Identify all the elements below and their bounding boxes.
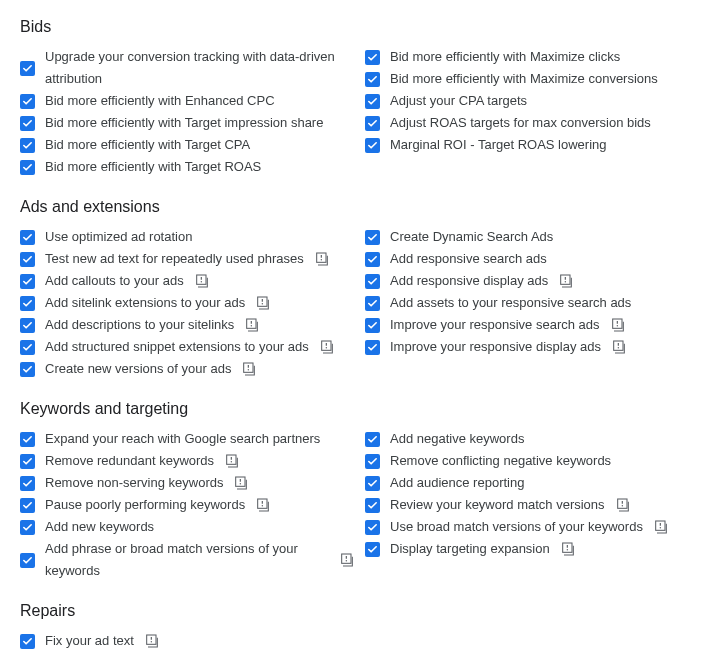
svg-point-29 <box>231 461 232 462</box>
svg-rect-3 <box>196 275 205 284</box>
section: Ads and extensionsUse optimized ad rotat… <box>20 198 700 380</box>
info-icon[interactable] <box>560 541 576 557</box>
checkbox[interactable] <box>365 542 380 557</box>
info-icon[interactable] <box>241 361 257 377</box>
section-columns: Expand your reach with Google search par… <box>20 428 700 582</box>
recommendation-label: Bid more efficiently with Maximize conve… <box>390 68 658 90</box>
recommendation-label: Use broad match versions of your keyword… <box>390 516 643 538</box>
svg-point-20 <box>565 281 566 282</box>
svg-rect-24 <box>614 341 623 350</box>
svg-rect-21 <box>612 319 621 328</box>
checkbox[interactable] <box>20 230 35 245</box>
checkbox[interactable] <box>20 252 35 267</box>
checkbox[interactable] <box>20 160 35 175</box>
column-right: Add negative keywordsRemove conflicting … <box>365 428 700 582</box>
checkbox[interactable] <box>20 476 35 491</box>
recommendation-label: Remove redundant keywords <box>45 450 214 472</box>
recommendation-row: Test new ad text for repeatedly used phr… <box>20 248 355 270</box>
recommendation-label: Add phrase or broad match versions of yo… <box>45 538 329 582</box>
checkbox[interactable] <box>20 94 35 109</box>
column-left: Upgrade your conversion tracking with da… <box>20 46 355 178</box>
checkbox[interactable] <box>20 432 35 447</box>
section-title: Ads and extensions <box>20 198 700 216</box>
recommendation-row: Bid more efficiently with Target CPA <box>20 134 355 156</box>
info-icon[interactable] <box>615 497 631 513</box>
checkbox[interactable] <box>20 553 35 568</box>
section-columns: Use optimized ad rotationTest new ad tex… <box>20 226 700 380</box>
column-right: Bid more efficiently with Maximize click… <box>365 46 700 178</box>
checkbox[interactable] <box>365 94 380 109</box>
checkbox[interactable] <box>20 296 35 311</box>
recommendation-row: Expand your reach with Google search par… <box>20 428 355 450</box>
svg-rect-33 <box>258 499 267 508</box>
checkbox[interactable] <box>20 454 35 469</box>
info-icon[interactable] <box>255 497 271 513</box>
info-icon[interactable] <box>611 339 627 355</box>
info-icon[interactable] <box>314 251 330 267</box>
svg-point-17 <box>248 369 249 370</box>
info-icon[interactable] <box>319 339 335 355</box>
recommendation-row: Add responsive search ads <box>365 248 700 270</box>
recommendation-row: Use optimized ad rotation <box>20 226 355 248</box>
info-icon[interactable] <box>339 552 355 568</box>
checkbox[interactable] <box>365 432 380 447</box>
checkbox[interactable] <box>365 274 380 289</box>
section-title: Bids <box>20 18 700 36</box>
info-icon[interactable] <box>224 453 240 469</box>
svg-point-32 <box>240 483 241 484</box>
checkbox[interactable] <box>365 50 380 65</box>
info-icon[interactable] <box>610 317 626 333</box>
checkbox[interactable] <box>365 454 380 469</box>
recommendation-row: Bid more efficiently with Enhanced CPC <box>20 90 355 112</box>
svg-point-44 <box>659 527 660 528</box>
info-icon[interactable] <box>255 295 271 311</box>
checkbox[interactable] <box>365 138 380 153</box>
checkbox[interactable] <box>365 116 380 131</box>
svg-point-2 <box>320 259 321 260</box>
recommendation-label: Bid more efficiently with Enhanced CPC <box>45 90 275 112</box>
checkbox[interactable] <box>365 498 380 513</box>
checkbox[interactable] <box>365 252 380 267</box>
checkbox[interactable] <box>365 318 380 333</box>
recommendation-row: Add descriptions to your sitelinks <box>20 314 355 336</box>
checkbox[interactable] <box>365 296 380 311</box>
checkbox[interactable] <box>20 61 35 76</box>
checkbox[interactable] <box>20 138 35 153</box>
recommendation-label: Bid more efficiently with Target CPA <box>45 134 250 156</box>
info-icon[interactable] <box>653 519 669 535</box>
svg-point-5 <box>200 281 201 282</box>
section-columns: Fix your ad text <box>20 630 700 651</box>
column-right <box>365 630 700 651</box>
recommendation-label: Remove non-serving keywords <box>45 472 223 494</box>
info-icon[interactable] <box>194 273 210 289</box>
recommendation-label: Add negative keywords <box>390 428 524 450</box>
column-left: Fix your ad text <box>20 630 355 651</box>
recommendation-label: Use optimized ad rotation <box>45 226 192 248</box>
recommendation-row: Pause poorly performing keywords <box>20 494 355 516</box>
checkbox[interactable] <box>20 362 35 377</box>
checkbox[interactable] <box>20 498 35 513</box>
svg-rect-30 <box>236 477 245 486</box>
info-icon[interactable] <box>558 273 574 289</box>
recommendation-row: Create Dynamic Search Ads <box>365 226 700 248</box>
checkbox[interactable] <box>20 274 35 289</box>
recommendation-row: Create new versions of your ads <box>20 358 355 380</box>
checkbox[interactable] <box>365 476 380 491</box>
checkbox[interactable] <box>365 230 380 245</box>
checkbox[interactable] <box>20 340 35 355</box>
checkbox[interactable] <box>365 72 380 87</box>
info-icon[interactable] <box>144 633 160 649</box>
recommendation-label: Upgrade your conversion tracking with da… <box>45 46 355 90</box>
checkbox[interactable] <box>20 116 35 131</box>
checkbox[interactable] <box>365 520 380 535</box>
recommendation-row: Add audience reporting <box>365 472 700 494</box>
checkbox[interactable] <box>20 318 35 333</box>
section-columns: Upgrade your conversion tracking with da… <box>20 46 700 178</box>
info-icon[interactable] <box>233 475 249 491</box>
recommendation-row: Add sitelink extensions to your ads <box>20 292 355 314</box>
info-icon[interactable] <box>244 317 260 333</box>
checkbox[interactable] <box>365 340 380 355</box>
checkbox[interactable] <box>20 634 35 649</box>
checkbox[interactable] <box>20 520 35 535</box>
recommendation-row: Add phrase or broad match versions of yo… <box>20 538 355 582</box>
